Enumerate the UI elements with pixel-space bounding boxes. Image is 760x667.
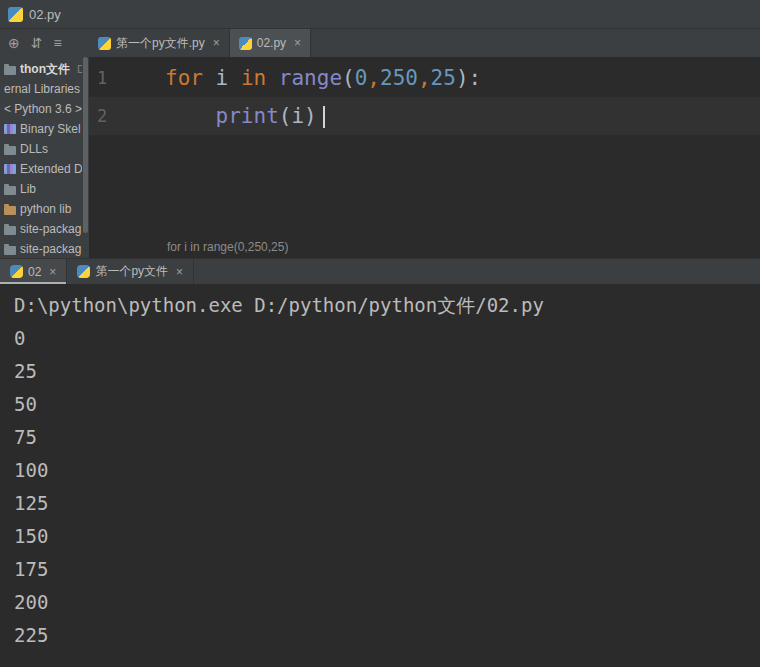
library-icon	[4, 164, 16, 174]
code-editor[interactable]: 1 for i in range(0,250,25): 2 print(i) f…	[89, 57, 760, 258]
scrollbar-thumb[interactable]	[83, 57, 88, 233]
tree-item-label: thon文件	[20, 61, 70, 78]
run-tool-tab-bar: 02 × 第一个py文件 ×	[0, 258, 760, 284]
project-tree-panel: thon文件 D:\p ernal Libraries < Python 3.6…	[0, 57, 82, 258]
tree-item-extended-definitions[interactable]: Extended D	[0, 159, 82, 179]
console-output-line: 25	[14, 355, 760, 388]
tree-item-python-interpreter[interactable]: < Python 3.6 >	[0, 99, 82, 119]
run-tab-label: 02	[28, 265, 41, 279]
console-output-line: 150	[14, 520, 760, 553]
close-icon[interactable]: ×	[213, 36, 220, 50]
tree-item-label: site-packag	[20, 222, 81, 236]
run-console[interactable]: D:\python\python.exe D:/python/python文件/…	[0, 284, 760, 667]
console-output-line: 0	[14, 322, 760, 355]
editor-line-current[interactable]: 2 print(i)	[89, 97, 760, 135]
code-area[interactable]: 1 for i in range(0,250,25): 2 print(i)	[89, 57, 760, 236]
window-title: 02.py	[29, 7, 61, 22]
console-output-line: 100	[14, 454, 760, 487]
editor-line[interactable]: 1 for i in range(0,250,25):	[89, 59, 760, 97]
run-tab-first-file[interactable]: 第一个py文件 ×	[67, 259, 194, 284]
editor-tab-first-file[interactable]: 第一个py文件.py ×	[89, 29, 230, 57]
python-file-icon	[8, 7, 23, 22]
console-output-line: 125	[14, 487, 760, 520]
close-icon[interactable]: ×	[176, 265, 183, 279]
run-tab-02[interactable]: 02 ×	[0, 259, 67, 284]
collapse-all-icon[interactable]: ≡	[53, 35, 61, 51]
python-logo-icon	[77, 265, 90, 278]
library-icon	[4, 124, 16, 134]
code-text: for i in range(0,250,25):	[159, 66, 481, 90]
text-cursor	[323, 106, 325, 128]
folder-icon	[4, 146, 16, 155]
tree-item-label: python lib	[20, 202, 71, 216]
tree-item-binary-skeletons[interactable]: Binary Skel	[0, 119, 82, 139]
tree-item-external-libraries[interactable]: ernal Libraries	[0, 79, 82, 99]
title-bar: 02.py	[0, 0, 760, 29]
line-number: 2	[89, 106, 159, 126]
expand-all-icon[interactable]: ⇵	[31, 35, 43, 51]
console-output-line: 200	[14, 586, 760, 619]
console-output-line: 175	[14, 553, 760, 586]
toolbar: ⊕ ⇵ ≡	[0, 29, 89, 57]
editor-tab-label: 02.py	[257, 36, 286, 50]
folder-icon	[4, 66, 16, 75]
tree-item-label: DLLs	[20, 142, 48, 156]
main-area: thon文件 D:\p ernal Libraries < Python 3.6…	[0, 57, 760, 258]
python-file-icon	[98, 37, 111, 50]
tree-item-lib[interactable]: Lib	[0, 179, 82, 199]
close-icon[interactable]: ×	[49, 265, 56, 279]
tree-item-python-lib[interactable]: python lib	[0, 199, 82, 219]
tree-item-label: Lib	[20, 182, 36, 196]
compass-icon[interactable]: ⊕	[8, 35, 20, 51]
tree-item-site-packages[interactable]: site-packag	[0, 219, 82, 239]
breadcrumb-context-hint: for i in range(0,250,25)	[89, 236, 760, 258]
run-tab-label: 第一个py文件	[95, 263, 168, 280]
tree-item-site-packages[interactable]: site-packag	[0, 239, 82, 258]
close-icon[interactable]: ×	[294, 36, 301, 50]
python-logo-icon	[10, 265, 23, 278]
console-output-line: 50	[14, 388, 760, 421]
tree-item-label: site-packag	[20, 242, 81, 256]
console-output-line: 75	[14, 421, 760, 454]
project-tree-scrollbar[interactable]	[82, 57, 89, 258]
folder-icon	[4, 206, 16, 215]
tree-item-dlls[interactable]: DLLs	[0, 139, 82, 159]
tree-item-label: Extended D	[20, 162, 82, 176]
tree-item-project-root[interactable]: thon文件 D:\p	[0, 59, 82, 79]
folder-icon	[4, 186, 16, 195]
editor-tab-02py[interactable]: 02.py ×	[230, 29, 311, 57]
tree-item-label: ernal Libraries	[4, 82, 80, 96]
folder-icon	[4, 226, 16, 235]
pycharm-window: 02.py ⊕ ⇵ ≡ 第一个py文件.py × 02.py × thon文件 …	[0, 0, 760, 667]
editor-tab-label: 第一个py文件.py	[116, 35, 205, 52]
console-output-line: 225	[14, 619, 760, 652]
python-file-icon	[239, 37, 252, 50]
editor-tab-bar: ⊕ ⇵ ≡ 第一个py文件.py × 02.py ×	[0, 29, 760, 57]
tree-item-label: Binary Skel	[20, 122, 81, 136]
tree-item-label: < Python 3.6 >	[4, 102, 82, 116]
console-command-line: D:\python\python.exe D:/python/python文件/…	[14, 289, 760, 322]
code-text: print(i)	[159, 104, 325, 128]
line-number: 1	[89, 68, 159, 88]
folder-icon	[4, 246, 16, 255]
